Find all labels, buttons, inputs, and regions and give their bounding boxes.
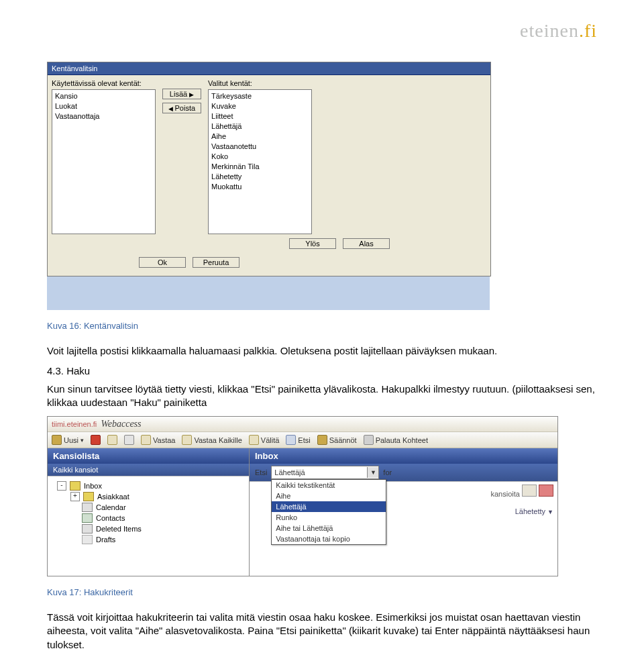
print-button[interactable] (124, 435, 134, 445)
dropdown-item[interactable]: Aihe (272, 491, 386, 501)
selected-fields-listbox[interactable]: Tärkeysaste Kuvake Liitteet Lähettäjä Ai… (208, 89, 312, 234)
folder-list-subtitle[interactable]: Kaikki kansiot (48, 464, 249, 476)
list-item[interactable]: Vastaanotettu (211, 142, 309, 152)
arrow-right-icon: ▶ (189, 91, 194, 98)
rules-button[interactable]: Säännöt (317, 435, 357, 445)
delete-button[interactable] (91, 435, 101, 445)
dropdown-item-selected[interactable]: Lähettäjä (272, 501, 386, 512)
folder-list-title: Kansiolista (48, 448, 249, 464)
tree-label: Calendar (96, 503, 126, 511)
expand-icon[interactable]: + (70, 492, 80, 501)
calendar-icon (82, 503, 93, 512)
list-item[interactable]: Tärkeysaste (211, 91, 309, 101)
search-exec-icon[interactable] (522, 485, 537, 497)
restore-icon (364, 435, 374, 445)
list-item[interactable]: Muokattu (211, 182, 309, 192)
move-button[interactable] (107, 435, 117, 445)
list-item[interactable]: Lähettäjä (211, 121, 309, 132)
search-field-combo[interactable]: Lähettäjä ▼ Kaikki tekstikentät Aihe Läh… (271, 466, 379, 479)
search-prefix-label: Etsi (255, 468, 267, 476)
move-up-button[interactable]: Ylös (289, 238, 336, 249)
forward-icon (249, 435, 259, 445)
arrow-left-icon: ◀ (168, 105, 175, 112)
paragraph: Kun sinun tarvitsee löytää tietty viesti… (47, 383, 597, 410)
tree-label: Deleted Items (96, 525, 142, 533)
new-button[interactable]: Uusi ▾ (52, 435, 84, 445)
available-fields-label: Käytettävissä olevat kentät: (52, 79, 156, 87)
content-title: Inbox (250, 448, 557, 464)
move-down-button[interactable]: Alas (343, 238, 390, 249)
list-item[interactable]: Kuvake (211, 101, 309, 111)
rules-label: Säännöt (329, 436, 357, 444)
tree-item-deleted[interactable]: Deleted Items (50, 523, 246, 534)
remove-button[interactable]: ◀ Poista (162, 103, 201, 113)
reply-all-label: Vastaa Kaikille (194, 436, 241, 444)
available-fields-listbox[interactable]: Kansio Luokat Vastaanottaja (52, 89, 156, 234)
dropdown-item[interactable]: Vastaanottaja tai kopio (272, 534, 386, 544)
field-chooser-dialog: Kentänvalitsin Käytettävissä olevat kent… (47, 62, 491, 276)
tree-item-drafts[interactable]: Drafts (50, 534, 246, 545)
contacts-icon (82, 513, 93, 523)
chevron-down-icon[interactable]: ▼ (367, 467, 378, 478)
new-icon (52, 435, 62, 445)
dropdown-item[interactable]: Runko (272, 512, 386, 523)
content-pane: Inbox Etsi Lähettäjä ▼ Kaikki tekstikent… (250, 448, 557, 576)
list-item[interactable]: Merkinnän Tila (211, 162, 309, 172)
reply-all-button[interactable]: Vastaa Kaikille (182, 435, 241, 445)
folder-icon (83, 492, 94, 501)
list-item[interactable]: Aihe (211, 132, 309, 142)
list-item[interactable]: Lähetetty (211, 172, 309, 182)
reply-button[interactable]: Vastaa (141, 435, 175, 445)
address-host: tiimi.eteinen.fi (52, 420, 97, 428)
tree-item-contacts[interactable]: Contacts (50, 513, 246, 523)
app-name: Webaccess (101, 419, 141, 429)
cancel-button[interactable]: Peruuta (193, 257, 239, 268)
forward-button[interactable]: Välitä (249, 435, 280, 445)
tree-label: Asiakkaat (97, 493, 129, 501)
paragraph: Voit lajitella postisi klikkaamalla halu… (47, 344, 597, 358)
dropdown-item[interactable]: Kaikki tekstikentät (272, 480, 386, 491)
restore-button[interactable]: Palauta Kohteet (364, 435, 428, 445)
tree-item-asiakkaat[interactable]: + Asiakkaat (50, 491, 246, 502)
tree-label: Contacts (96, 514, 125, 522)
search-cancel-icon[interactable] (539, 485, 553, 497)
dropdown-item[interactable]: Aihe tai Lähettäjä (272, 523, 386, 534)
chevron-down-icon: ▾ (80, 437, 84, 444)
folder-list-pane: Kansiolista Kaikki kansiot - Inbox + Asi… (48, 448, 250, 576)
sent-column-label[interactable]: Lähetetty (515, 507, 545, 515)
list-item[interactable]: Vastaanottaja (55, 111, 152, 121)
list-item[interactable]: Luokat (55, 101, 152, 111)
reply-label: Vastaa (153, 436, 175, 444)
search-label: Etsi (298, 436, 310, 444)
forward-label: Välitä (261, 436, 280, 444)
ok-button[interactable]: Ok (139, 257, 186, 268)
remove-label: Poista (175, 104, 196, 112)
search-field-dropdown: Kaikki tekstikentät Aihe Lähettäjä Runko… (271, 479, 386, 545)
main-toolbar: Uusi ▾ Vastaa Vastaa Kaikille Välitä Ets… (48, 432, 557, 448)
kansioita-label: kansioita (490, 490, 519, 498)
search-bar: Etsi Lähettäjä ▼ Kaikki tekstikentät Aih… (250, 464, 557, 481)
reply-icon (141, 435, 151, 445)
paragraph: Tässä voit kirjoittaa hakukriteerin tai … (47, 611, 597, 652)
collapse-icon[interactable]: - (57, 481, 66, 491)
list-item[interactable]: Kansio (55, 91, 152, 101)
for-label: for (383, 468, 392, 476)
add-button[interactable]: Lisää ▶ (162, 89, 201, 99)
tree-label: Inbox (84, 482, 102, 490)
tree-item-calendar[interactable]: Calendar (50, 502, 246, 513)
figure-caption-16: Kuva 16: Kentänvalitsin (47, 321, 597, 331)
search-button[interactable]: Etsi (286, 435, 310, 445)
logo-text-grey: eteinen (520, 20, 579, 41)
reply-all-icon (182, 435, 192, 445)
figure-caption-17: Kuva 17: Hakukriteerit (47, 587, 597, 597)
webaccess-screenshot: tiimi.eteinen.fi Webaccess Uusi ▾ Vastaa… (47, 416, 558, 576)
restore-label: Palauta Kohteet (376, 436, 428, 444)
add-label: Lisää (170, 90, 187, 98)
list-item[interactable]: Liitteet (211, 111, 309, 121)
drafts-icon (82, 535, 93, 544)
new-label: Uusi (64, 436, 78, 444)
list-item[interactable]: Koko (211, 152, 309, 162)
combo-value: Lähettäjä (274, 468, 305, 476)
tree-item-inbox[interactable]: - Inbox (50, 480, 246, 491)
address-bar: tiimi.eteinen.fi Webaccess (48, 417, 557, 432)
